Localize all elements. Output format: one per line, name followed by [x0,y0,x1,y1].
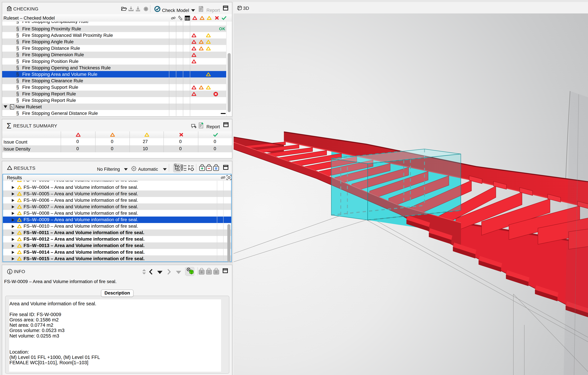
svg-text:§: § [11,105,13,109]
